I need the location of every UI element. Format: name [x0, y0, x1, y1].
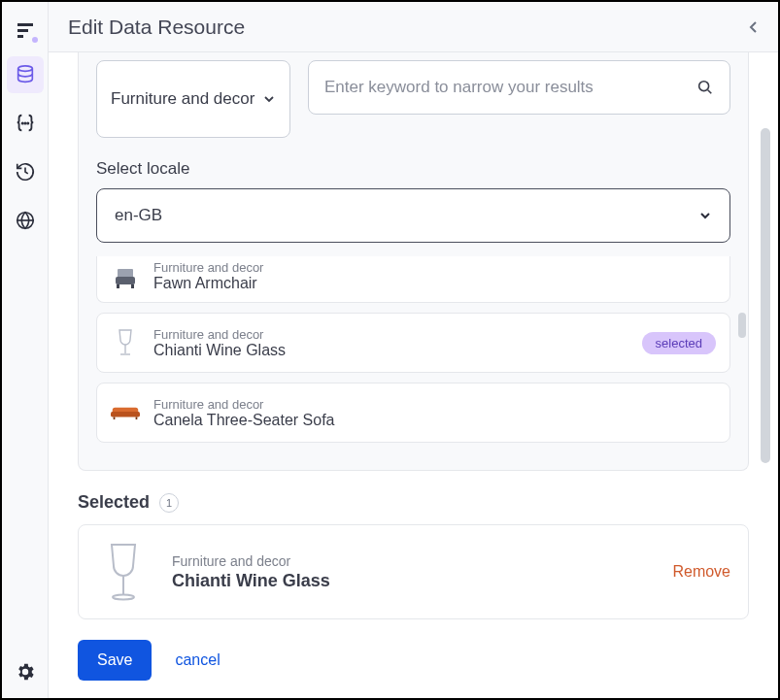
result-category: Furniture and decor: [153, 397, 716, 412]
selected-badge: selected: [642, 332, 716, 354]
footer-actions: Save cancel: [49, 624, 778, 698]
category-select[interactable]: Furniture and decor: [96, 60, 290, 138]
search-icon[interactable]: [696, 79, 714, 96]
locale-select[interactable]: en-GB: [96, 188, 730, 243]
svg-point-6: [27, 122, 28, 123]
panel-scrollbar[interactable]: [761, 128, 770, 463]
nav-globe-icon[interactable]: [7, 202, 44, 239]
app-logo-icon[interactable]: [7, 12, 44, 49]
svg-point-21: [113, 595, 134, 600]
main-panel: Edit Data Resource Furniture and decor: [49, 2, 778, 698]
svg-rect-11: [116, 277, 135, 284]
result-card[interactable]: Furniture and decor Canela Three-Seater …: [96, 383, 730, 443]
category-select-value: Furniture and decor: [111, 88, 262, 111]
locale-select-value: en-GB: [115, 206, 698, 225]
panel-header: Edit Data Resource: [49, 2, 778, 52]
svg-rect-12: [117, 284, 119, 288]
logo-dot-icon: [32, 37, 38, 43]
result-category: Furniture and decor: [153, 327, 628, 342]
selected-item: Furniture and decor Chianti Wine Glass R…: [78, 524, 749, 619]
svg-rect-2: [17, 35, 23, 38]
sofa-icon: [111, 398, 140, 427]
result-name: Fawn Armchair: [153, 275, 716, 292]
chevron-down-icon: [262, 92, 276, 106]
svg-line-9: [708, 90, 712, 94]
save-button[interactable]: Save: [78, 640, 152, 681]
svg-rect-19: [136, 417, 138, 419]
results-list: Furniture and decor Fawn Armchair Furnit…: [96, 256, 730, 443]
wine-glass-icon: [96, 537, 151, 607]
page-title: Edit Data Resource: [68, 16, 245, 39]
left-rail: [2, 2, 49, 698]
svg-rect-17: [111, 412, 140, 417]
armchair-icon: [111, 262, 140, 291]
filter-panel: Furniture and decor Select locale en-GB: [78, 52, 749, 471]
svg-rect-0: [17, 23, 33, 26]
nav-settings-icon[interactable]: [7, 653, 44, 690]
nav-history-icon[interactable]: [7, 153, 44, 190]
collapse-panel-icon[interactable]: [749, 19, 759, 35]
cancel-button[interactable]: cancel: [175, 651, 220, 669]
remove-button[interactable]: Remove: [672, 563, 730, 581]
nav-database-icon[interactable]: [7, 56, 44, 93]
results-scrollbar[interactable]: [738, 313, 746, 338]
svg-rect-18: [114, 417, 116, 419]
result-name: Chianti Wine Glass: [153, 342, 628, 359]
content-scroll: Furniture and decor Select locale en-GB: [49, 52, 778, 624]
selected-heading-text: Selected: [78, 492, 150, 513]
selected-count-badge: 1: [159, 493, 179, 513]
search-wrapper: [308, 60, 730, 115]
selected-item-category: Furniture and decor: [172, 553, 651, 569]
search-input[interactable]: [324, 78, 696, 97]
svg-rect-13: [131, 284, 134, 288]
svg-point-8: [699, 82, 709, 91]
wine-glass-icon: [111, 328, 140, 357]
result-category: Furniture and decor: [153, 260, 716, 275]
locale-label: Select locale: [96, 159, 730, 179]
result-name: Canela Three-Seater Sofa: [153, 412, 716, 429]
svg-point-3: [17, 66, 32, 72]
result-card[interactable]: Furniture and decor Fawn Armchair: [96, 256, 730, 303]
result-card[interactable]: Furniture and decor Chianti Wine Glass s…: [96, 313, 730, 373]
selected-item-name: Chianti Wine Glass: [172, 571, 651, 591]
svg-rect-1: [17, 29, 28, 32]
svg-point-5: [24, 122, 25, 123]
nav-braces-icon[interactable]: [7, 105, 44, 142]
svg-point-4: [21, 122, 22, 123]
chevron-down-icon: [698, 209, 712, 222]
selected-heading: Selected 1: [78, 492, 749, 513]
